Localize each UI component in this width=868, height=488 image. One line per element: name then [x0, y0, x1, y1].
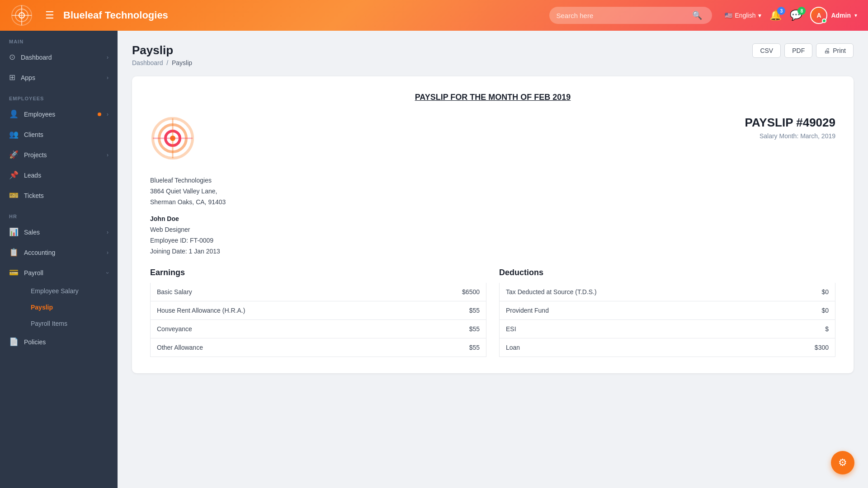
- earning-label: House Rent Allowance (H.R.A.): [157, 307, 245, 314]
- notifications-button[interactable]: 🔔 3: [769, 9, 782, 21]
- flag-icon: 🇺🇸: [725, 12, 732, 19]
- notifications-badge: 3: [777, 7, 785, 15]
- chevron-right-icon: ›: [107, 152, 108, 158]
- deduction-amount: $300: [815, 344, 829, 351]
- sidebar-item-payroll-items[interactable]: Payroll Items: [9, 315, 118, 332]
- search-bar: 🔍: [549, 7, 712, 24]
- sidebar-item-label: Tickets: [24, 192, 108, 199]
- deduction-amount: $0: [821, 288, 829, 296]
- earnings-section: Earnings Basic Salary $6500 House Rent A…: [150, 268, 486, 357]
- sidebar-section-employees: Employees: [0, 88, 118, 104]
- deduction-row: Provident Fund $0: [499, 301, 835, 320]
- payslip-header: PAYSLIP #49029 Salary Month: March, 2019: [150, 116, 835, 163]
- earning-row: House Rent Allowance (H.R.A.) $55: [150, 301, 486, 320]
- deductions-section: Deductions Tax Deducted at Source (T.D.S…: [499, 268, 835, 357]
- chevron-right-icon: ›: [107, 54, 108, 61]
- main-content: Payslip Dashboard / Payslip CSV PDF 🖨 Pr…: [118, 31, 868, 488]
- sidebar-item-clients[interactable]: 👥 Clients: [0, 124, 118, 145]
- sidebar-item-dashboard[interactable]: ⊙ Dashboard ›: [0, 47, 118, 67]
- printer-icon: 🖨: [824, 47, 830, 54]
- pdf-button[interactable]: PDF: [784, 43, 812, 58]
- sidebar: Main ⊙ Dashboard › ⊞ Apps › Employees 👤 …: [0, 31, 118, 488]
- salary-month-value: March, 2019: [800, 132, 835, 140]
- sidebar-item-accounting[interactable]: 📋 Accounting ›: [0, 242, 118, 263]
- employee-salary-label: Employee Salary: [31, 287, 79, 295]
- payroll-icon: 💳: [9, 268, 19, 277]
- sidebar-item-policies[interactable]: 📄 Policies: [0, 332, 118, 352]
- payslip-number-block: PAYSLIP #49029 Salary Month: March, 2019: [745, 116, 835, 140]
- sidebar-item-payslip[interactable]: Payslip: [9, 299, 118, 315]
- deduction-label: ESI: [506, 325, 516, 333]
- search-input[interactable]: [557, 12, 688, 19]
- app-logo: [11, 5, 33, 26]
- projects-icon: 🚀: [9, 150, 19, 160]
- earning-row: Basic Salary $6500: [150, 283, 486, 301]
- sidebar-item-employee-salary[interactable]: Employee Salary: [9, 283, 118, 299]
- admin-name: Admin: [831, 12, 851, 19]
- chevron-right-icon: ›: [107, 249, 108, 256]
- page-header: Payslip Dashboard / Payslip CSV PDF 🖨 Pr…: [132, 43, 854, 66]
- gear-icon: ⚙: [838, 457, 847, 469]
- earning-label: Basic Salary: [157, 288, 192, 296]
- payslip-salary-month: Salary Month: March, 2019: [745, 132, 835, 140]
- earning-label: Conveyance: [157, 325, 192, 333]
- sidebar-item-label: Accounting: [24, 249, 101, 256]
- apps-icon: ⊞: [9, 73, 15, 82]
- page-title: Payslip: [132, 43, 192, 57]
- earning-amount: $55: [469, 307, 480, 314]
- print-button[interactable]: 🖨 Print: [816, 43, 854, 58]
- earning-amount: $6500: [462, 288, 480, 296]
- company-info: Blueleaf Technologies 3864 Quiet Valley …: [150, 175, 835, 207]
- hamburger-menu[interactable]: ☰: [45, 9, 54, 21]
- sidebar-item-projects[interactable]: 🚀 Projects ›: [0, 145, 118, 165]
- deduction-label: Provident Fund: [506, 307, 549, 314]
- accounting-icon: 📋: [9, 248, 19, 257]
- sidebar-item-label: Sales: [24, 229, 101, 236]
- chevron-right-icon: ›: [107, 111, 108, 117]
- deduction-row: Loan $300: [499, 338, 835, 357]
- deductions-title: Deductions: [499, 268, 835, 277]
- messages-badge: 8: [797, 7, 806, 15]
- language-selector[interactable]: 🇺🇸 English ▾: [725, 12, 762, 19]
- deduction-amount: $0: [821, 307, 829, 314]
- earning-row: Conveyance $55: [150, 320, 486, 338]
- search-icon: 🔍: [692, 10, 702, 20]
- breadcrumb-home[interactable]: Dashboard: [132, 59, 163, 66]
- chevron-down-icon: ›: [104, 272, 111, 274]
- sidebar-item-employees[interactable]: 👤 Employees ›: [0, 104, 118, 124]
- messages-button[interactable]: 💬 8: [790, 9, 802, 21]
- breadcrumb-current: Payslip: [172, 59, 192, 66]
- settings-fab[interactable]: ⚙: [831, 451, 854, 474]
- sidebar-item-sales[interactable]: 📊 Sales ›: [0, 222, 118, 242]
- sales-icon: 📊: [9, 227, 19, 237]
- print-label: Print: [833, 47, 846, 54]
- sidebar-item-leads[interactable]: 📌 Leads: [0, 165, 118, 185]
- chevron-down-icon: ▾: [758, 12, 761, 19]
- earnings-title: Earnings: [150, 268, 486, 277]
- online-dot: [822, 19, 826, 23]
- payslip-label: Payslip: [31, 304, 53, 311]
- sidebar-item-label: Clients: [24, 131, 108, 138]
- deduction-label: Tax Deducted at Source (T.D.S.): [506, 288, 597, 296]
- salary-month-label: Salary Month:: [760, 132, 798, 140]
- payroll-submenu: Employee Salary Payslip Payroll Items: [0, 283, 118, 332]
- language-label: English: [735, 12, 756, 19]
- sidebar-item-apps[interactable]: ⊞ Apps ›: [0, 67, 118, 88]
- deduction-row: ESI $: [499, 320, 835, 338]
- sidebar-item-payroll[interactable]: 💳 Payroll ›: [0, 263, 118, 283]
- topnav: ☰ Blueleaf Technologies 🔍 🇺🇸 English ▾ 🔔…: [0, 0, 868, 31]
- chevron-down-icon: ▾: [854, 12, 857, 19]
- tickets-icon: 🎫: [9, 191, 19, 200]
- clients-icon: 👥: [9, 130, 19, 139]
- company-logo: [150, 116, 195, 161]
- earning-amount: $55: [469, 344, 480, 351]
- payroll-items-label: Payroll Items: [31, 320, 67, 327]
- employee-id: Employee ID: FT-0009: [150, 235, 835, 246]
- chevron-right-icon: ›: [107, 75, 108, 81]
- page-actions: CSV PDF 🖨 Print: [752, 43, 854, 58]
- sidebar-item-tickets[interactable]: 🎫 Tickets: [0, 185, 118, 206]
- csv-button[interactable]: CSV: [752, 43, 781, 58]
- company-address-2: Sherman Oaks, CA, 91403: [150, 197, 835, 208]
- admin-menu[interactable]: A Admin ▾: [810, 7, 857, 24]
- joining-date: Joining Date: 1 Jan 2013: [150, 246, 835, 257]
